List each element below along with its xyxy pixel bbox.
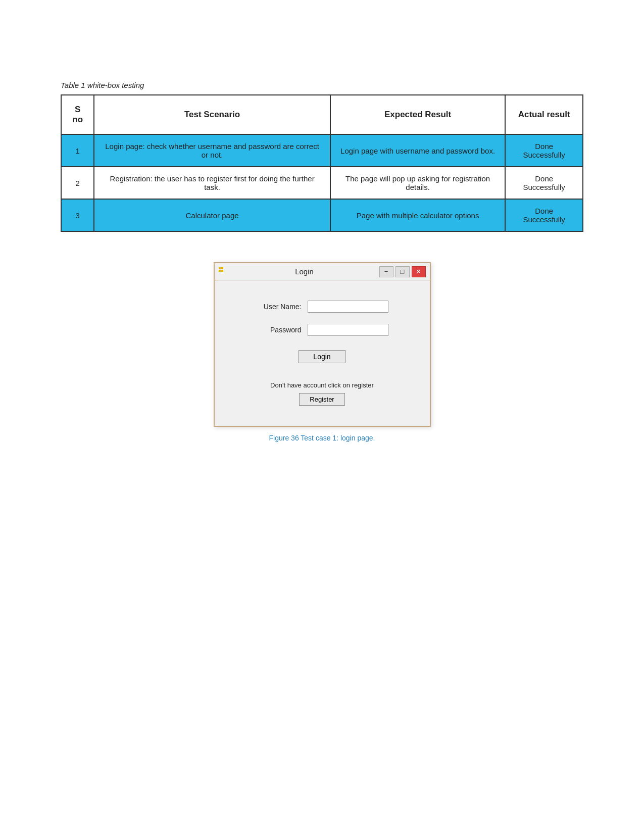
login-titlebar: Login − □ ✕ — [215, 263, 430, 280]
cell-expected-2: The page will pop up asking for registra… — [330, 167, 506, 199]
cell-scenario-3: Calculator page — [94, 199, 330, 231]
password-input[interactable] — [308, 324, 388, 336]
cell-sno-3: 3 — [61, 199, 94, 231]
password-row: Password — [240, 324, 405, 336]
table-row: 2 Registration: the user has to register… — [61, 167, 583, 199]
cell-actual-3: Done Successfully — [505, 199, 583, 231]
cell-scenario-1: Login page: check whether username and p… — [94, 134, 330, 167]
col-header-actual: Actual result — [505, 95, 583, 134]
table-caption: Table 1 white-box testing — [61, 81, 583, 89]
figure-caption: Figure 36 Test case 1: login page. — [269, 434, 375, 442]
window-title: Login — [230, 267, 379, 276]
cell-scenario-2: Registration: the user has to register f… — [94, 167, 330, 199]
cell-expected-3: Page with multiple calculator options — [330, 199, 506, 231]
maximize-button[interactable]: □ — [395, 266, 410, 277]
login-window-wrapper: Login − □ ✕ User Name: Password Login — [61, 262, 583, 442]
login-window: Login − □ ✕ User Name: Password Login — [214, 262, 431, 427]
app-icon — [219, 267, 230, 276]
username-label: User Name: — [256, 303, 302, 311]
whitebox-testing-table: S no Test Scenario Expected Result Actua… — [61, 94, 583, 232]
username-row: User Name: — [240, 301, 405, 313]
col-header-scenario: Test Scenario — [94, 95, 330, 134]
register-prompt: Don't have account click on register — [270, 381, 374, 389]
minimize-button[interactable]: − — [379, 266, 393, 277]
cell-sno-1: 1 — [61, 134, 94, 167]
cell-actual-2: Done Successfully — [505, 167, 583, 199]
close-button[interactable]: ✕ — [412, 266, 426, 277]
table-row: 1 Login page: check whether username and… — [61, 134, 583, 167]
table-row: 3 Calculator page Page with multiple cal… — [61, 199, 583, 231]
col-header-sno: S no — [61, 95, 94, 134]
password-label: Password — [256, 326, 302, 334]
cell-expected-1: Login page with username and password bo… — [330, 134, 506, 167]
login-button[interactable]: Login — [299, 350, 345, 363]
register-button[interactable]: Register — [299, 393, 344, 406]
register-section: Don't have account click on register Reg… — [270, 381, 374, 406]
username-input[interactable] — [308, 301, 388, 313]
window-controls: − □ ✕ — [379, 266, 426, 277]
cell-sno-2: 2 — [61, 167, 94, 199]
login-body: User Name: Password Login Don't have acc… — [215, 280, 430, 426]
col-header-expected: Expected Result — [330, 95, 506, 134]
cell-actual-1: Done Successfully — [505, 134, 583, 167]
